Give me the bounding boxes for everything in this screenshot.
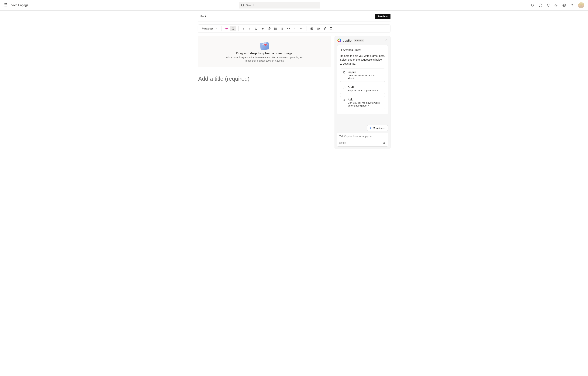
close-icon[interactable] [384, 39, 388, 42]
help-icon[interactable] [570, 3, 574, 7]
toolbar-divider [307, 26, 307, 31]
emoji-icon[interactable] [538, 3, 542, 7]
svg-rect-37 [330, 27, 332, 30]
more-formatting-icon[interactable] [299, 26, 304, 31]
svg-point-17 [275, 28, 275, 28]
copilot-textarea[interactable] [340, 135, 385, 139]
chat-question-icon: ? [342, 98, 346, 102]
copilot-preview-badge: Preview [354, 39, 364, 42]
svg-point-6 [556, 5, 557, 6]
svg-text:3: 3 [281, 29, 281, 30]
preview-button[interactable]: Preview [375, 14, 390, 19]
svg-point-3 [540, 5, 540, 5]
suggestion-desc: Give me ideas for a post about... [348, 74, 383, 80]
copilot-char-counter: 0/2000 [340, 142, 346, 145]
send-icon[interactable] [382, 141, 385, 145]
user-avatar[interactable] [578, 2, 584, 8]
svg-point-30 [300, 28, 301, 29]
svg-point-2 [539, 4, 542, 7]
lightbulb-icon[interactable] [546, 3, 550, 7]
insert-template-icon[interactable] [328, 26, 334, 31]
underline-icon[interactable]: U [254, 26, 259, 31]
lightbulb-icon [342, 71, 346, 74]
svg-text:B: B [243, 27, 244, 30]
bullet-list-icon[interactable] [273, 26, 278, 31]
insert-gif-icon[interactable]: GIF [315, 26, 321, 31]
app-title: Viva Engage [11, 4, 28, 7]
action-bar: Back Preview [198, 10, 390, 22]
pencil-icon [342, 86, 346, 90]
more-ideas-label: More ideas [373, 127, 385, 130]
svg-point-10 [572, 6, 572, 6]
copilot-suggestion-inspire[interactable]: Inspire Give me ideas for a post about..… [340, 69, 385, 82]
sparkle-icon: ✦ [370, 126, 372, 130]
search-icon [241, 3, 245, 7]
copilot-logo-icon [337, 39, 341, 42]
post-title-input[interactable] [198, 75, 331, 82]
copilot-suggestion-ask[interactable]: ? Ask Can you tell me how to write an en… [340, 96, 385, 109]
search-box[interactable] [239, 2, 320, 9]
code-icon[interactable] [286, 26, 291, 31]
notifications-icon[interactable] [531, 3, 534, 7]
app-header: Viva Engage [0, 0, 588, 10]
copilot-intro: I'm here to help you write a great post.… [340, 54, 385, 65]
svg-text:GIF: GIF [317, 28, 319, 29]
cover-illustration-icon [259, 42, 270, 50]
svg-text:U: U [256, 27, 257, 30]
paragraph-style-label: Paragraph [202, 27, 214, 30]
svg-point-34 [311, 28, 312, 28]
svg-point-32 [302, 28, 302, 29]
suggestion-desc: Can you tell me how to write an engaging… [348, 101, 383, 107]
copilot-suggestion-draft[interactable]: Draft Help me write a post about... [340, 84, 385, 94]
paragraph-style-selector[interactable]: Paragraph [200, 26, 219, 31]
editor-toolbar: Paragraph B I U S 123 ” [198, 24, 390, 33]
toolbar-divider [222, 26, 222, 31]
suggestion-title: Draft [348, 86, 383, 89]
svg-point-0 [241, 4, 244, 6]
suggestion-title: Inspire [348, 71, 383, 74]
svg-line-1 [244, 6, 244, 7]
copilot-panel: Copilot Preview Hi Amanda Brady, I'm her… [334, 36, 390, 149]
link-icon[interactable] [267, 26, 272, 31]
svg-text:I: I [249, 27, 250, 30]
strikethrough-icon[interactable]: S [260, 26, 266, 31]
search-input[interactable] [246, 4, 318, 7]
quote-icon[interactable]: ” [292, 26, 298, 31]
app-launcher-icon[interactable] [4, 3, 8, 7]
svg-point-31 [301, 28, 302, 29]
announcement-icon[interactable] [224, 26, 230, 31]
numbered-list-icon[interactable]: 123 [279, 26, 285, 31]
cover-image-dropzone[interactable]: Drag and drop to upload a cover image Ad… [198, 36, 331, 67]
copilot-greeting: Hi Amanda Brady, [340, 48, 385, 51]
more-ideas-button[interactable]: ✦ More ideas [367, 125, 388, 131]
svg-point-19 [275, 28, 275, 29]
svg-text:”: ” [294, 27, 295, 30]
globe-icon[interactable] [562, 3, 566, 7]
copilot-title: Copilot [343, 39, 353, 42]
copilot-toggle-icon[interactable] [230, 26, 236, 31]
attach-file-icon[interactable] [322, 26, 328, 31]
suggestion-title: Ask [348, 98, 383, 101]
back-button[interactable]: Back [198, 14, 209, 19]
copilot-input-box[interactable]: 0/2000 [337, 133, 388, 146]
svg-text:?: ? [344, 99, 345, 101]
cover-drop-heading: Drag and drop to upload a cover image [203, 52, 325, 55]
italic-icon[interactable]: I [247, 26, 253, 31]
svg-rect-11 [227, 28, 228, 29]
insert-image-icon[interactable] [309, 26, 315, 31]
suggestion-desc: Help me write a post about... [348, 89, 383, 92]
settings-icon[interactable] [554, 3, 558, 7]
bold-icon[interactable]: B [241, 26, 246, 31]
svg-point-21 [275, 29, 275, 30]
cover-drop-subtext: Add a cover image to attract more reader… [223, 56, 306, 63]
chevron-down-icon [215, 28, 217, 30]
